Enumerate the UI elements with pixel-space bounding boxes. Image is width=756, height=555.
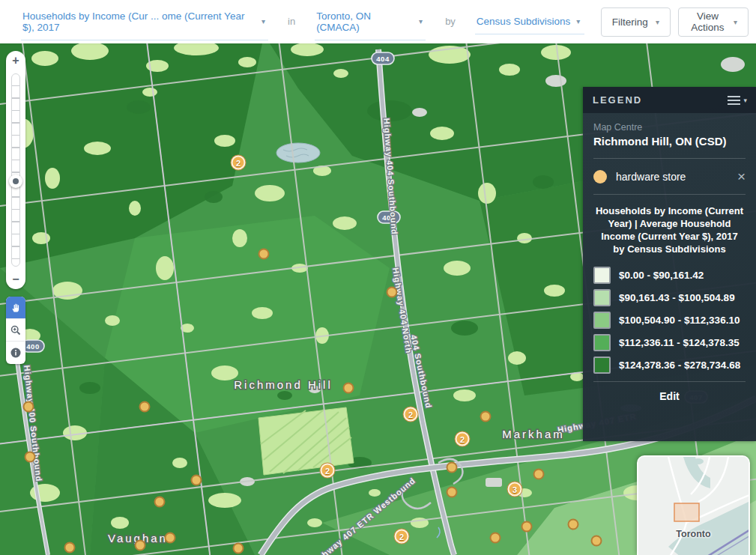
magnifier-plus-icon [10,324,22,336]
class-swatch [593,357,611,374]
view-actions-button[interactable]: View Actions ▾ [678,7,749,37]
legend-variable-title: Households by Income (Current Year) | Av… [595,205,744,256]
poi-marker[interactable] [165,533,176,544]
poi-color-swatch [593,170,607,184]
geography-dropdown[interactable]: Toronto, ON (CMACA) ▾ [315,10,426,40]
edit-button[interactable]: Edit [593,382,746,410]
poi-marker[interactable] [135,540,146,551]
zoom-in-button[interactable]: + [6,51,25,70]
poi-marker[interactable] [533,469,545,480]
cluster-marker[interactable]: 2 [232,156,246,170]
poi-label: hardware store [616,171,686,183]
level-dropdown[interactable]: Census Subdivisions ▾ [475,16,584,34]
poi-marker[interactable] [154,497,166,508]
poi-marker[interactable] [480,411,492,422]
close-icon[interactable]: × [737,169,746,184]
chevron-down-icon: ▾ [656,18,659,26]
hand-icon [10,302,22,314]
zoom-slider[interactable] [11,73,20,267]
in-label: in [288,16,295,28]
chevron-down-icon: ▾ [734,18,737,26]
chevron-down-icon: ▾ [261,17,265,25]
legend-panel: LEGEND ▾ Map Centre Richmond Hill, ON (C… [583,87,756,441]
legend-class-row: $112,336.11 - $124,378.35 [593,334,746,351]
info-tool-button[interactable] [6,342,25,364]
poi-marker[interactable] [233,543,244,554]
legend-classes: $0.00 - $90,161.42 $90,161.43 - $100,504… [593,267,746,374]
poi-marker[interactable] [447,462,458,473]
class-swatch [593,267,611,284]
poi-marker[interactable] [521,521,533,533]
chevron-down-icon: ▾ [419,17,423,25]
top-toolbar: Households by Income (Cur ... ome (Curre… [0,0,756,43]
overview-inset-map[interactable]: Toronto [637,455,750,555]
chevron-down-icon: ▾ [576,17,580,25]
pan-tool-button[interactable] [6,297,25,319]
cluster-marker[interactable]: 2 [456,432,470,446]
map-centre-value: Richmond Hill, ON (CSD) [593,135,746,148]
poi-marker[interactable] [23,401,34,413]
legend-header: LEGEND ▾ [583,87,756,113]
poi-marker[interactable] [490,533,501,544]
poi-marker[interactable] [343,383,354,394]
map-container[interactable]: 404 404 407 400 Highway 404 Southbound H… [0,43,756,555]
zoom-control: + − [6,51,25,289]
by-label: by [445,16,456,28]
zoom-slider-handle[interactable] [9,175,22,188]
inset-canvas [638,457,750,555]
cluster-marker[interactable]: 3 [508,482,522,497]
level-dropdown-label: Census Subdivisions [477,16,570,27]
menu-icon [728,96,740,97]
metric-dropdown[interactable]: Households by Income (Cur ... ome (Curre… [21,10,268,40]
cluster-marker[interactable]: 2 [404,407,418,422]
viewport-extent-rect [674,503,699,521]
poi-marker[interactable] [568,519,579,530]
legend-class-row: $90,161.43 - $100,504.89 [593,289,746,306]
legend-title: LEGEND [593,94,642,106]
poi-marker[interactable] [25,452,36,463]
metric-dropdown-label: Households by Income (Cur ... ome (Curre… [22,10,255,33]
legend-class-row: $124,378.36 - $278,734.68 [593,357,746,374]
poi-marker[interactable] [191,475,202,486]
zoom-box-tool-button[interactable] [6,319,25,342]
map-tools [6,297,25,364]
info-icon [10,347,22,359]
chevron-down-icon: ▾ [743,97,747,104]
legend-class-row: $0.00 - $90,161.42 [593,267,746,284]
legend-menu-button[interactable]: ▾ [728,96,747,105]
poi-marker[interactable] [447,487,458,498]
legend-class-row: $100,504.90 - $112,336.10 [593,312,746,329]
geography-dropdown-label: Toronto, ON (CMACA) [316,10,413,33]
zoom-out-button[interactable]: − [6,270,25,289]
poi-legend-row: hardware store × [593,169,746,184]
cluster-marker[interactable]: 2 [395,530,409,544]
class-swatch [593,289,611,306]
class-swatch [593,312,611,329]
poi-marker[interactable] [64,542,76,554]
poi-marker[interactable] [591,536,602,547]
class-swatch [593,334,611,351]
poi-marker[interactable] [139,401,151,413]
poi-marker[interactable] [387,287,398,298]
inset-city-label: Toronto [638,529,749,539]
map-centre-label: Map Centre [593,122,746,133]
poi-marker[interactable] [258,249,270,260]
filtering-button[interactable]: Filtering ▾ [601,7,671,37]
cluster-marker[interactable]: 2 [321,464,335,478]
